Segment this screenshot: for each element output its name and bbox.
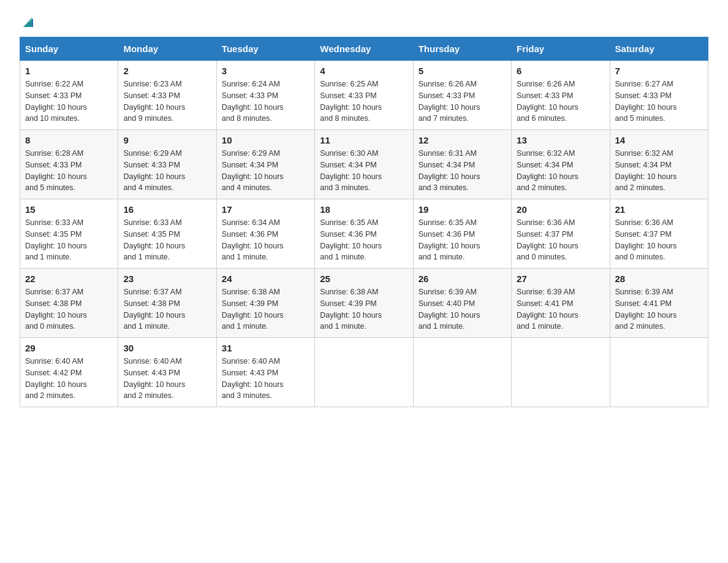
day-info: Sunrise: 6:38 AMSunset: 4:39 PMDaylight:… <box>222 288 284 331</box>
calendar-cell: 11 Sunrise: 6:30 AMSunset: 4:34 PMDaylig… <box>315 130 413 199</box>
day-number: 7 <box>615 66 703 76</box>
calendar-cell: 6 Sunrise: 6:26 AMSunset: 4:33 PMDayligh… <box>512 61 610 130</box>
day-info: Sunrise: 6:26 AMSunset: 4:33 PMDaylight:… <box>419 80 480 123</box>
day-number: 23 <box>123 274 211 284</box>
day-info: Sunrise: 6:40 AMSunset: 4:43 PMDaylight:… <box>222 357 284 400</box>
calendar-cell: 24 Sunrise: 6:38 AMSunset: 4:39 PMDaylig… <box>216 269 314 338</box>
col-header-friday: Friday <box>512 37 610 61</box>
day-number: 2 <box>123 66 211 76</box>
calendar-cell: 16 Sunrise: 6:33 AMSunset: 4:35 PMDaylig… <box>118 199 216 269</box>
day-info: Sunrise: 6:33 AMSunset: 4:35 PMDaylight:… <box>123 218 185 261</box>
day-info: Sunrise: 6:23 AMSunset: 4:33 PMDaylight:… <box>123 80 185 123</box>
calendar-cell: 5 Sunrise: 6:26 AMSunset: 4:33 PMDayligh… <box>413 61 511 130</box>
day-info: Sunrise: 6:37 AMSunset: 4:38 PMDaylight:… <box>25 288 87 331</box>
calendar-cell: 22 Sunrise: 6:37 AMSunset: 4:38 PMDaylig… <box>20 269 118 338</box>
page-header <box>20 15 708 27</box>
day-info: Sunrise: 6:29 AMSunset: 4:33 PMDaylight:… <box>123 149 185 192</box>
calendar-cell: 4 Sunrise: 6:25 AMSunset: 4:33 PMDayligh… <box>315 61 413 130</box>
calendar-cell <box>413 338 511 407</box>
day-number: 11 <box>320 135 408 145</box>
col-header-monday: Monday <box>118 37 216 61</box>
calendar-cell: 23 Sunrise: 6:37 AMSunset: 4:38 PMDaylig… <box>118 269 216 338</box>
day-info: Sunrise: 6:39 AMSunset: 4:41 PMDaylight:… <box>517 288 578 331</box>
calendar-week-row: 15 Sunrise: 6:33 AMSunset: 4:35 PMDaylig… <box>20 199 708 269</box>
day-number: 29 <box>25 343 113 353</box>
svg-marker-1 <box>23 17 32 27</box>
day-info: Sunrise: 6:28 AMSunset: 4:33 PMDaylight:… <box>25 149 87 192</box>
day-info: Sunrise: 6:33 AMSunset: 4:35 PMDaylight:… <box>25 218 87 261</box>
day-info: Sunrise: 6:32 AMSunset: 4:34 PMDaylight:… <box>517 149 578 192</box>
day-number: 22 <box>25 274 113 284</box>
col-header-wednesday: Wednesday <box>315 37 413 61</box>
day-number: 25 <box>320 274 408 284</box>
calendar-cell: 17 Sunrise: 6:34 AMSunset: 4:36 PMDaylig… <box>216 199 314 269</box>
calendar-cell: 18 Sunrise: 6:35 AMSunset: 4:36 PMDaylig… <box>315 199 413 269</box>
day-number: 26 <box>419 274 506 284</box>
day-number: 10 <box>222 135 309 145</box>
day-info: Sunrise: 6:36 AMSunset: 4:37 PMDaylight:… <box>615 218 677 261</box>
calendar-cell: 12 Sunrise: 6:31 AMSunset: 4:34 PMDaylig… <box>413 130 511 199</box>
calendar-cell: 30 Sunrise: 6:40 AMSunset: 4:43 PMDaylig… <box>118 338 216 407</box>
day-number: 14 <box>615 135 703 145</box>
day-info: Sunrise: 6:32 AMSunset: 4:34 PMDaylight:… <box>615 149 677 192</box>
day-info: Sunrise: 6:37 AMSunset: 4:38 PMDaylight:… <box>123 288 185 331</box>
day-info: Sunrise: 6:39 AMSunset: 4:40 PMDaylight:… <box>419 288 480 331</box>
calendar-header-row: SundayMondayTuesdayWednesdayThursdayFrid… <box>20 37 708 61</box>
day-info: Sunrise: 6:27 AMSunset: 4:33 PMDaylight:… <box>615 80 677 123</box>
calendar-cell: 27 Sunrise: 6:39 AMSunset: 4:41 PMDaylig… <box>512 269 610 338</box>
calendar-cell: 31 Sunrise: 6:40 AMSunset: 4:43 PMDaylig… <box>216 338 314 407</box>
calendar-cell: 8 Sunrise: 6:28 AMSunset: 4:33 PMDayligh… <box>20 130 118 199</box>
day-info: Sunrise: 6:25 AMSunset: 4:33 PMDaylight:… <box>320 80 382 123</box>
calendar-cell: 29 Sunrise: 6:40 AMSunset: 4:42 PMDaylig… <box>20 338 118 407</box>
day-number: 17 <box>222 204 309 215</box>
calendar-cell <box>315 338 413 407</box>
day-info: Sunrise: 6:30 AMSunset: 4:34 PMDaylight:… <box>320 149 382 192</box>
day-info: Sunrise: 6:31 AMSunset: 4:34 PMDaylight:… <box>419 149 480 192</box>
day-info: Sunrise: 6:22 AMSunset: 4:33 PMDaylight:… <box>25 80 87 123</box>
calendar-cell: 7 Sunrise: 6:27 AMSunset: 4:33 PMDayligh… <box>610 61 708 130</box>
calendar-cell: 9 Sunrise: 6:29 AMSunset: 4:33 PMDayligh… <box>118 130 216 199</box>
calendar-cell: 2 Sunrise: 6:23 AMSunset: 4:33 PMDayligh… <box>118 61 216 130</box>
day-number: 9 <box>123 135 211 145</box>
day-info: Sunrise: 6:24 AMSunset: 4:33 PMDaylight:… <box>222 80 284 123</box>
day-number: 27 <box>517 274 604 284</box>
day-info: Sunrise: 6:40 AMSunset: 4:43 PMDaylight:… <box>123 357 185 400</box>
day-number: 18 <box>320 204 408 215</box>
calendar-cell <box>512 338 610 407</box>
day-number: 19 <box>419 204 506 215</box>
day-number: 12 <box>419 135 506 145</box>
calendar-week-row: 29 Sunrise: 6:40 AMSunset: 4:42 PMDaylig… <box>20 338 708 407</box>
day-number: 13 <box>517 135 604 145</box>
col-header-saturday: Saturday <box>610 37 708 61</box>
day-number: 30 <box>123 343 211 353</box>
calendar-cell: 28 Sunrise: 6:39 AMSunset: 4:41 PMDaylig… <box>610 269 708 338</box>
day-info: Sunrise: 6:39 AMSunset: 4:41 PMDaylight:… <box>615 288 677 331</box>
day-number: 8 <box>25 135 113 145</box>
day-info: Sunrise: 6:35 AMSunset: 4:36 PMDaylight:… <box>320 218 382 261</box>
calendar-week-row: 1 Sunrise: 6:22 AMSunset: 4:33 PMDayligh… <box>20 61 708 130</box>
calendar-table: SundayMondayTuesdayWednesdayThursdayFrid… <box>20 37 708 407</box>
day-info: Sunrise: 6:26 AMSunset: 4:33 PMDaylight:… <box>517 80 578 123</box>
calendar-cell: 10 Sunrise: 6:29 AMSunset: 4:34 PMDaylig… <box>216 130 314 199</box>
day-info: Sunrise: 6:35 AMSunset: 4:36 PMDaylight:… <box>419 218 480 261</box>
day-number: 16 <box>123 204 211 215</box>
day-number: 4 <box>320 66 408 76</box>
calendar-cell: 21 Sunrise: 6:36 AMSunset: 4:37 PMDaylig… <box>610 199 708 269</box>
day-info: Sunrise: 6:34 AMSunset: 4:36 PMDaylight:… <box>222 218 284 261</box>
col-header-tuesday: Tuesday <box>216 37 314 61</box>
day-number: 15 <box>25 204 113 215</box>
calendar-cell: 1 Sunrise: 6:22 AMSunset: 4:33 PMDayligh… <box>20 61 118 130</box>
calendar-cell: 19 Sunrise: 6:35 AMSunset: 4:36 PMDaylig… <box>413 199 511 269</box>
calendar-cell: 20 Sunrise: 6:36 AMSunset: 4:37 PMDaylig… <box>512 199 610 269</box>
day-info: Sunrise: 6:38 AMSunset: 4:39 PMDaylight:… <box>320 288 382 331</box>
calendar-cell: 26 Sunrise: 6:39 AMSunset: 4:40 PMDaylig… <box>413 269 511 338</box>
logo <box>20 15 36 27</box>
day-number: 20 <box>517 204 604 215</box>
day-number: 6 <box>517 66 604 76</box>
col-header-sunday: Sunday <box>20 37 118 61</box>
calendar-cell: 13 Sunrise: 6:32 AMSunset: 4:34 PMDaylig… <box>512 130 610 199</box>
day-info: Sunrise: 6:36 AMSunset: 4:37 PMDaylight:… <box>517 218 578 261</box>
day-number: 3 <box>222 66 309 76</box>
calendar-cell: 25 Sunrise: 6:38 AMSunset: 4:39 PMDaylig… <box>315 269 413 338</box>
calendar-cell: 14 Sunrise: 6:32 AMSunset: 4:34 PMDaylig… <box>610 130 708 199</box>
